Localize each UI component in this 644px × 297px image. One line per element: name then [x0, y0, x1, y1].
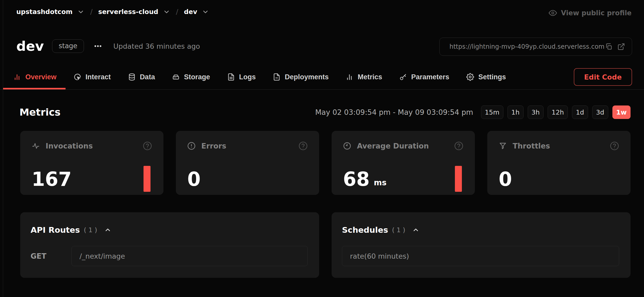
- breadcrumb-org-label: upstashdotcom: [16, 8, 73, 16]
- filter-icon: [499, 142, 507, 150]
- tab-bar: Overview Interact Data Storage Logs Depl: [13, 65, 632, 89]
- throttles-card: Throttles 0: [487, 131, 631, 195]
- api-routes-collapse-button[interactable]: [104, 226, 111, 234]
- schedule-item[interactable]: rate(60 minutes): [342, 246, 619, 266]
- tab-overview-label: Overview: [25, 73, 56, 81]
- view-public-profile-label: View public profile: [561, 9, 632, 17]
- help-button[interactable]: [610, 141, 619, 151]
- tab-data[interactable]: Data: [128, 73, 155, 81]
- breadcrumb-app[interactable]: serverless-cloud: [98, 8, 170, 16]
- bar-chart-icon: [13, 73, 21, 81]
- stage-header-row: dev stage Updated 36 minutes ago: [16, 36, 200, 56]
- url-actions: [605, 43, 625, 51]
- range-button-1h[interactable]: 1h: [507, 105, 524, 119]
- breadcrumb-instance-label: dev: [184, 8, 197, 16]
- tab-storage-label: Storage: [184, 73, 210, 81]
- range-button-15m[interactable]: 15m: [481, 105, 503, 119]
- app-page: upstashdotcom / serverless-cloud / dev V…: [0, 0, 644, 297]
- card-header: Throttles: [499, 141, 619, 151]
- gear-icon: [466, 73, 474, 81]
- copy-icon: [605, 43, 613, 51]
- schedules-collapse-button[interactable]: [412, 226, 419, 234]
- file-minus-icon: [273, 73, 281, 81]
- active-tab-underline: [3, 88, 66, 89]
- card-label: Throttles: [513, 142, 550, 150]
- average-duration-unit: ms: [374, 179, 387, 188]
- tab-settings[interactable]: Settings: [466, 73, 506, 81]
- metrics-header: Metrics May 02 03:09:54 pm - May 09 03:0…: [19, 105, 631, 119]
- tab-metrics[interactable]: Metrics: [346, 73, 382, 81]
- card-value-row: 167: [32, 170, 152, 188]
- chevron-up-icon: [104, 226, 111, 234]
- tab-overview[interactable]: Overview: [13, 73, 56, 81]
- api-route-row: GET /_next/image: [31, 246, 308, 266]
- schedules-header: Schedules ( 1 ): [342, 225, 619, 235]
- schedule-expression: rate(60 minutes): [350, 252, 409, 260]
- ellipsis-icon: [93, 41, 103, 51]
- tab-parameters[interactable]: Parameters: [399, 73, 449, 81]
- breadcrumb-separator: /: [90, 8, 92, 16]
- schedules-count: ( 1 ): [392, 226, 405, 234]
- help-button[interactable]: [143, 141, 152, 151]
- average-duration-mini-bar: [455, 166, 462, 192]
- card-label: Invocations: [46, 142, 93, 150]
- stage-badge: stage: [52, 39, 84, 53]
- card-value-row: 0: [187, 170, 308, 188]
- chevron-down-icon: [77, 8, 84, 16]
- invocations-value: 167: [32, 170, 71, 188]
- help-circle-icon: [610, 141, 619, 151]
- hard-drive-icon: [172, 73, 180, 81]
- tab-logs-label: Logs: [239, 73, 256, 81]
- range-button-3d[interactable]: 3d: [592, 105, 608, 119]
- cursor-click-icon: [74, 73, 81, 81]
- tab-interact[interactable]: Interact: [74, 73, 111, 81]
- average-duration-value: 68: [343, 170, 370, 188]
- metric-cards: Invocations 167 Errors: [20, 131, 631, 195]
- updated-timestamp: Updated 36 minutes ago: [113, 42, 200, 50]
- tab-interact-label: Interact: [85, 73, 111, 81]
- tab-deployments-label: Deployments: [285, 73, 329, 81]
- route-path: /_next/image: [80, 252, 125, 260]
- stage-title: dev: [16, 39, 44, 53]
- open-url-button[interactable]: [617, 43, 625, 51]
- range-button-1w[interactable]: 1w: [612, 105, 631, 119]
- bottom-panels: API Routes ( 1 ) GET /_next/image Schedu…: [20, 212, 631, 278]
- instance-url: https://lightning-mvp-409yp.cloud.server…: [449, 43, 605, 50]
- edit-code-button[interactable]: Edit Code: [574, 68, 632, 86]
- clock-icon: [343, 142, 351, 150]
- help-circle-icon: [143, 141, 152, 151]
- breadcrumb-instance[interactable]: dev: [184, 8, 209, 16]
- breadcrumb-app-label: serverless-cloud: [98, 8, 158, 16]
- breadcrumb-org[interactable]: upstashdotcom: [16, 8, 84, 16]
- invocations-mini-bar: [144, 166, 151, 192]
- card-value-row: 0: [499, 170, 619, 188]
- more-menu-button[interactable]: [93, 41, 103, 51]
- help-button[interactable]: [454, 141, 463, 151]
- range-button-12h[interactable]: 12h: [548, 105, 568, 119]
- card-value-row: 68 ms: [343, 170, 463, 188]
- breadcrumb: upstashdotcom / serverless-cloud / dev: [16, 8, 209, 16]
- copy-url-button[interactable]: [605, 43, 613, 51]
- activity-icon: [32, 142, 40, 150]
- database-icon: [128, 73, 136, 81]
- card-label: Average Duration: [357, 142, 429, 150]
- route-method: GET: [31, 252, 71, 260]
- range-button-1d[interactable]: 1d: [572, 105, 588, 119]
- main-content: Metrics May 02 03:09:54 pm - May 09 03:0…: [0, 90, 644, 297]
- api-routes-title: API Routes: [31, 225, 80, 235]
- card-label: Errors: [201, 142, 226, 150]
- range-button-3h[interactable]: 3h: [528, 105, 544, 119]
- external-link-icon: [617, 43, 625, 51]
- errors-card: Errors 0: [176, 131, 319, 195]
- tab-deployments[interactable]: Deployments: [273, 73, 329, 81]
- help-button[interactable]: [298, 141, 308, 151]
- tab-metrics-label: Metrics: [358, 73, 382, 81]
- chevron-up-icon: [412, 226, 419, 234]
- api-routes-panel: API Routes ( 1 ) GET /_next/image: [20, 212, 319, 278]
- route-path-item[interactable]: /_next/image: [71, 246, 308, 266]
- view-public-profile-link[interactable]: View public profile: [549, 9, 632, 17]
- tab-storage[interactable]: Storage: [172, 73, 210, 81]
- tab-logs[interactable]: Logs: [227, 73, 256, 81]
- instance-url-box[interactable]: https://lightning-mvp-409yp.cloud.server…: [439, 38, 632, 56]
- tab-settings-label: Settings: [478, 73, 506, 81]
